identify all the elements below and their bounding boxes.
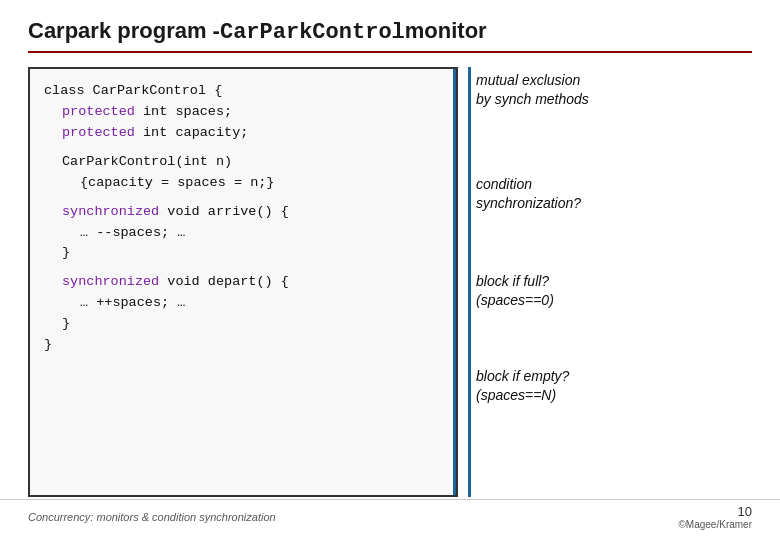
annotation-2-text: conditionsynchronization? (476, 175, 752, 213)
slide: Carpark program - CarParkControl monitor… (0, 0, 780, 540)
code-line-3: protected int capacity; (44, 123, 442, 144)
annotation-1-text: mutual exclusionby synch methods (476, 71, 752, 109)
footer-brand: ©Magee/Kramer (678, 519, 752, 530)
annotations-panel: mutual exclusionby synch methods conditi… (458, 67, 752, 497)
title-bar: Carpark program - CarParkControl monitor (28, 18, 752, 53)
footer-right-group: 10 ©Magee/Kramer (678, 504, 752, 530)
code-protected-2: protected (62, 125, 135, 140)
code-line-14: } (44, 314, 442, 335)
code-class-name: CarParkControl { (93, 83, 223, 98)
title-mono: CarParkControl (220, 20, 405, 45)
code-protected-1: protected (62, 104, 135, 119)
annotation-4: block if empty?(spaces==N) (476, 367, 752, 405)
code-box: class CarParkControl { protected int spa… (28, 67, 458, 497)
annotation-1: mutual exclusionby synch methods (476, 71, 752, 109)
code-line-10: } (44, 243, 442, 264)
code-line-6: {capacity = spaces = n;} (44, 173, 442, 194)
code-line-2: protected int spaces; (44, 102, 442, 123)
code-line-8: synchronized void arrive() { (44, 202, 442, 223)
code-protected-1-rest: int spaces; (135, 104, 232, 119)
annotation-vline (468, 67, 471, 497)
code-line-1: class CarParkControl { (44, 81, 442, 102)
code-line-13: … ++spaces; … (44, 293, 442, 314)
footer-label: Concurrency: monitors & condition synchr… (28, 511, 276, 523)
content-area: class CarParkControl { protected int spa… (28, 67, 752, 497)
code-line-5: CarParkControl(int n) (44, 152, 442, 173)
title-prefix: Carpark program - (28, 18, 220, 44)
code-class-keyword: class (44, 83, 93, 98)
annotation-3: block if full?(spaces==0) (476, 272, 752, 310)
code-line-12: synchronized void depart() { (44, 272, 442, 293)
title-suffix: monitor (405, 18, 487, 44)
annotation-3-text: block if full?(spaces==0) (476, 272, 752, 310)
footer: Concurrency: monitors & condition synchr… (0, 499, 780, 530)
code-line-9: … --spaces; … (44, 223, 442, 244)
page-number: 10 (678, 504, 752, 519)
code-line-15: } (44, 335, 442, 356)
code-protected-2-rest: int capacity; (135, 125, 248, 140)
annotation-4-text: block if empty?(spaces==N) (476, 367, 752, 405)
annotation-2: conditionsynchronization? (476, 175, 752, 213)
code-sync-2: synchronized (62, 274, 159, 289)
code-sync-1: synchronized (62, 204, 159, 219)
